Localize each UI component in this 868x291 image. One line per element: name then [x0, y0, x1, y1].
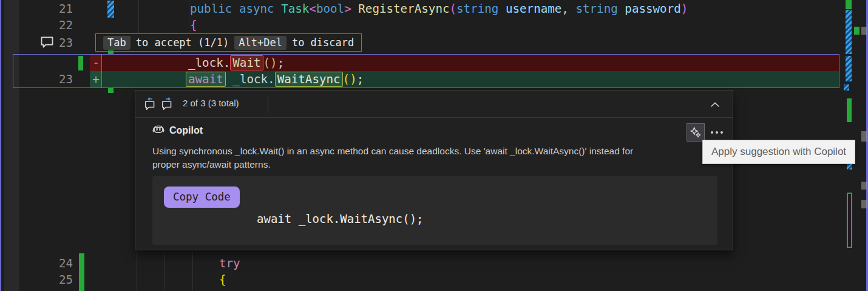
indent-guide [164, 252, 165, 291]
comment-author: Copilot [169, 125, 203, 136]
ruler-modified-mark [844, 84, 849, 91]
modified-line-gutter-indicator [107, 1, 114, 18]
apply-suggestion-tooltip: Apply suggestion with Copilot [702, 140, 855, 164]
code-line: { [190, 17, 197, 33]
editor-left-border [0, 0, 1, 291]
copilot-icon [151, 123, 166, 137]
altdel-keybinding-chip: Alt+Del [234, 36, 287, 50]
comment-thread-header: 2 of 3 (3 total) [135, 91, 733, 118]
comment-body-line: proper async/await patterns. [152, 159, 271, 170]
comment-pager-label: 2 of 3 (3 total) [183, 98, 239, 108]
header-divider [268, 95, 268, 113]
diff-removed-code: _lock.Wait(); [188, 55, 284, 71]
line-number: 23 [24, 71, 73, 87]
line-number: 24 [24, 255, 73, 272]
hint-text: to discard [292, 36, 354, 49]
tab-keybinding-chip: Tab [103, 36, 131, 50]
diff-added-sign: + [90, 71, 102, 87]
previous-comment-icon[interactable] [143, 96, 158, 112]
code-line: { [219, 272, 226, 288]
ruler-added-mark [854, 27, 860, 35]
line-number: 21 [24, 1, 73, 17]
apply-suggestion-button[interactable] [687, 123, 705, 142]
indent-guide [192, 252, 193, 291]
code-line: try [219, 255, 240, 272]
diff-removed-sign: - [90, 55, 102, 71]
line-number: 22 [24, 17, 73, 33]
comment-icon[interactable] [40, 36, 54, 48]
ruler-added-outline-mark [847, 193, 852, 248]
modified-gutter-indicator [78, 56, 83, 70]
collapse-chevron-icon[interactable] [707, 98, 723, 111]
indent-guide [138, 0, 139, 33]
inline-suggestion-hint: Tabto accept (1/1)Alt+Delto discard [95, 33, 362, 52]
diff-added-code: await _lock.WaitAsync(); [186, 71, 364, 87]
ruler-added-mark [846, 0, 852, 9]
comment-body-line: Using synchronous _lock.Wait() in an asy… [152, 146, 633, 157]
more-actions-icon[interactable] [707, 125, 727, 140]
ruler-modified-mark [846, 10, 852, 54]
review-comment-widget: 2 of 3 (3 total) Copilot [135, 90, 733, 250]
ruler-added-mark [847, 98, 852, 122]
suggested-code: await _lock.WaitAsync(); [257, 212, 424, 225]
indent-guide [137, 252, 137, 291]
suggested-code-block: Copy Code await _lock.WaitAsync(); [152, 176, 717, 245]
inserted-gutter-indicator [108, 50, 114, 54]
code-editor: 21 public async Task<bool> RegisterAsync… [0, 0, 868, 291]
next-comment-icon[interactable] [160, 96, 175, 112]
indent-guide [189, 0, 189, 34]
inserted-gutter-indicator [79, 253, 84, 291]
inserted-gutter-indicator [108, 87, 114, 93]
code-line: if (_users.ContainsKey(username)) [250, 288, 481, 291]
copy-code-button[interactable]: Copy Code [164, 187, 240, 208]
line-number: 25 [24, 272, 73, 288]
code-line: public async Task<bool> RegisterAsync(st… [190, 1, 688, 17]
hint-text: to accept (1/1) [136, 36, 229, 49]
diff-zone-inner-border [101, 55, 102, 87]
ruler-modified-mark [846, 56, 852, 81]
glyph-margin [4, 0, 19, 291]
